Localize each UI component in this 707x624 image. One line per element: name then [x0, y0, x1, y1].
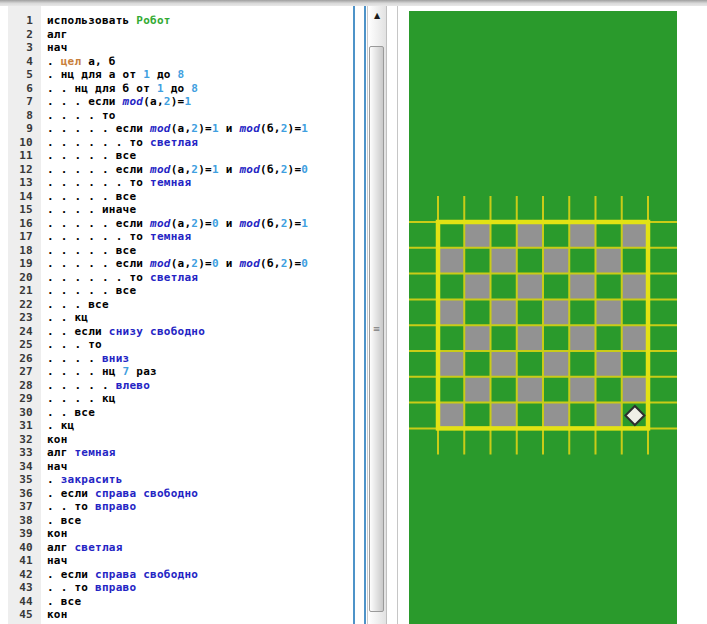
code-line[interactable]: 19. . . . . если mod(а,2)=0 и mod(б,2)=0 [0, 257, 352, 271]
code-line[interactable]: 45кон [0, 608, 352, 622]
code-line[interactable]: 3нач [0, 41, 352, 55]
field-cell[interactable] [491, 351, 517, 377]
field-cell[interactable] [438, 351, 464, 377]
code-line[interactable]: 38. все [0, 514, 352, 528]
field-cell[interactable] [596, 299, 622, 325]
code-line[interactable]: 39кон [0, 527, 352, 541]
field-cell[interactable] [543, 351, 569, 377]
code-line[interactable]: 32кон [0, 433, 352, 447]
code-token: 1 [301, 217, 308, 230]
field-cell[interactable] [543, 299, 569, 325]
code-token: 0 [212, 257, 219, 270]
code-line[interactable]: 30. . все [0, 406, 352, 420]
code-line[interactable]: 21. . . . . все [0, 284, 352, 298]
code-line[interactable]: 18. . . . . все [0, 244, 352, 258]
field-cell[interactable] [596, 403, 622, 429]
field-cell[interactable] [622, 222, 648, 248]
code-line[interactable]: 41нач [0, 554, 352, 568]
field-cell[interactable] [491, 299, 517, 325]
robot-field[interactable] [409, 11, 677, 624]
scrollbar-thumb[interactable]: ≡ [369, 46, 384, 612]
field-cell[interactable] [596, 351, 622, 377]
code-line[interactable]: 31. кц [0, 419, 352, 433]
line-number: 36 [8, 487, 33, 501]
code-line[interactable]: 36. если справа свободно [0, 487, 352, 501]
code-line[interactable]: 28. . . . . влево [0, 379, 352, 393]
field-cell[interactable] [464, 325, 490, 351]
field-cell[interactable] [491, 403, 517, 429]
code-line[interactable]: 26. . . . вниз [0, 352, 352, 366]
code-line[interactable]: 43. . то вправо [0, 581, 352, 595]
field-cell[interactable] [543, 403, 569, 429]
field-cell[interactable] [622, 325, 648, 351]
field-cell[interactable] [517, 222, 543, 248]
code-line[interactable]: 11. . . . . все [0, 149, 352, 163]
splitter-line[interactable] [364, 6, 366, 624]
line-number: 23 [8, 311, 33, 325]
scrollbar[interactable]: ▲ ≡ [367, 6, 387, 624]
line-number: 6 [8, 82, 33, 96]
line-number: 22 [8, 298, 33, 312]
field-cell[interactable] [596, 248, 622, 274]
code-line[interactable]: 34нач [0, 460, 352, 474]
field-cell[interactable] [622, 274, 648, 300]
code-line[interactable]: 44. все [0, 595, 352, 609]
field-cell[interactable] [491, 248, 517, 274]
field-cell[interactable] [569, 377, 595, 403]
code-line[interactable]: 24. . если снизу свободно [0, 325, 352, 339]
code-line[interactable]: 15. . . . иначе [0, 203, 352, 217]
splitter-line[interactable] [353, 6, 355, 624]
code-token: справа свободно [95, 487, 198, 500]
code-line[interactable]: 9. . . . . если mod(а,2)=1 и mod(б,2)=1 [0, 122, 352, 136]
code-line[interactable]: 12. . . . . если mod(а,2)=1 и mod(б,2)=0 [0, 163, 352, 177]
code-text: . . то вправо [33, 500, 352, 514]
field-cell[interactable] [438, 403, 464, 429]
code-token: . . то [47, 581, 95, 594]
field-cell[interactable] [464, 377, 490, 403]
code-line[interactable]: 40алг светлая [0, 541, 352, 555]
field-cell[interactable] [438, 248, 464, 274]
field-cell[interactable] [622, 377, 648, 403]
code-line[interactable]: 16. . . . . если mod(а,2)=0 и mod(б,2)=1 [0, 217, 352, 231]
code-editor[interactable]: 1использовать Робот2алг3нач4. цел а, б5.… [0, 6, 352, 624]
field-cell[interactable] [569, 325, 595, 351]
code-token: нач [47, 554, 68, 567]
code-line[interactable]: 13. . . . . . то темная [0, 176, 352, 190]
code-token: кон [47, 433, 68, 446]
field-cell[interactable] [517, 377, 543, 403]
code-line[interactable]: 17. . . . . . то темная [0, 230, 352, 244]
code-line[interactable]: 4. цел а, б [0, 55, 352, 69]
code-line[interactable]: 37. . то вправо [0, 500, 352, 514]
field-cell[interactable] [543, 248, 569, 274]
code-line[interactable]: 33алг темная [0, 446, 352, 460]
field-cell[interactable] [569, 222, 595, 248]
field-cell[interactable] [517, 325, 543, 351]
code-line[interactable]: 7. . . если mod(а,2)=1 [0, 95, 352, 109]
field-cell[interactable] [569, 274, 595, 300]
code-token: . [47, 55, 61, 68]
code-line[interactable]: 22. . . все [0, 298, 352, 312]
code-line[interactable]: 6. . нц для б от 1 до 8 [0, 82, 352, 96]
code-line[interactable]: 1использовать Робот [0, 14, 352, 28]
code-line[interactable]: 35. закрасить [0, 473, 352, 487]
code-line[interactable]: 25. . . то [0, 338, 352, 352]
field-cell[interactable] [438, 299, 464, 325]
field-cell[interactable] [517, 274, 543, 300]
code-line[interactable]: 20. . . . . . то светлая [0, 271, 352, 285]
code-line[interactable]: 42. если справа свободно [0, 568, 352, 582]
code-line[interactable]: 5. нц для а от 1 до 8 [0, 68, 352, 82]
code-line[interactable]: 27. . . . нц 7 раз [0, 365, 352, 379]
line-number: 32 [8, 433, 33, 447]
code-line[interactable]: 23. . кц [0, 311, 352, 325]
code-line[interactable]: 14. . . . . все [0, 190, 352, 204]
code-line[interactable]: 8. . . . то [0, 109, 352, 123]
code-text: кон [33, 608, 352, 622]
scroll-up-button[interactable]: ▲ [368, 7, 386, 27]
field-cell[interactable] [464, 222, 490, 248]
field-cell[interactable] [464, 274, 490, 300]
code-line[interactable]: 29. . . . кц [0, 392, 352, 406]
code-line[interactable]: 2алг [0, 28, 352, 42]
code-token: . . . . кц [47, 392, 116, 405]
line-number: 24 [8, 325, 33, 339]
code-line[interactable]: 10. . . . . . то светлая [0, 136, 352, 150]
